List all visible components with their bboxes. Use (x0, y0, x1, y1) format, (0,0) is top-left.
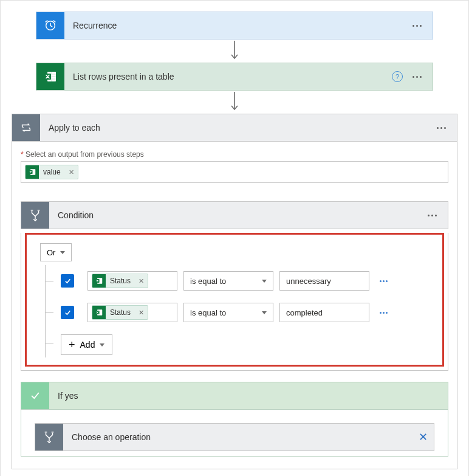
list-rows-more-icon[interactable] (410, 74, 424, 80)
token-remove-icon[interactable]: ✕ (65, 168, 78, 176)
operator-dropdown[interactable]: is equal to (183, 303, 273, 322)
value-input[interactable]: completed (279, 303, 369, 322)
list-rows-card[interactable]: List rows present in a table ? (36, 63, 433, 91)
excel-icon (92, 274, 106, 288)
choose-operation-title: Choose an operation (63, 432, 419, 442)
arrow-icon (12, 40, 457, 63)
recurrence-title: Recurrence (64, 21, 410, 30)
loop-icon (12, 114, 40, 141)
logic-operator-dropdown[interactable]: Or (40, 243, 72, 261)
apply-to-each-title: Apply to each (40, 123, 434, 133)
recurrence-more-icon[interactable] (410, 22, 424, 29)
condition-body: Or (25, 233, 444, 367)
condition-more-icon[interactable] (425, 212, 439, 219)
add-button[interactable]: + Add (61, 334, 112, 355)
condition-block: Condition Or (21, 201, 448, 371)
chevron-down-icon (60, 251, 65, 254)
row-more-icon[interactable] (375, 275, 392, 288)
field-input[interactable]: Status ✕ (87, 271, 177, 291)
token-remove-icon[interactable]: ✕ (135, 277, 148, 285)
token-label: value (39, 168, 65, 176)
operator-dropdown[interactable]: is equal to (183, 271, 273, 291)
chevron-down-icon (262, 280, 267, 283)
flow-canvas: Recurrence List rows present in a table … (0, 0, 469, 476)
condition-row: Status ✕ is equal to unnecessary (40, 265, 434, 297)
list-rows-title: List rows present in a table (64, 72, 392, 81)
help-icon[interactable]: ? (392, 71, 403, 82)
status-token[interactable]: Status ✕ (92, 274, 148, 288)
recurrence-card[interactable]: Recurrence (36, 12, 433, 40)
value-input[interactable]: unnecessary (279, 271, 369, 291)
condition-title: Condition (49, 210, 425, 220)
if-yes-header[interactable]: If yes (21, 382, 448, 410)
token-remove-icon[interactable]: ✕ (135, 309, 148, 317)
previous-output-input[interactable]: value ✕ (21, 161, 448, 183)
status-token[interactable]: Status ✕ (92, 305, 148, 320)
row-checkbox[interactable] (61, 274, 74, 288)
value-token[interactable]: value ✕ (25, 165, 78, 179)
if-yes-block: If yes Choose an operation (21, 382, 448, 457)
if-yes-body: Choose an operation ✕ (21, 410, 448, 457)
if-yes-title: If yes (49, 391, 448, 401)
arrow-icon (12, 91, 457, 114)
choose-operation-card[interactable]: Choose an operation ✕ (35, 423, 434, 451)
chevron-down-icon (100, 343, 104, 347)
output-hint-label: * Select an output from previous steps (21, 150, 448, 159)
excel-icon (36, 63, 64, 90)
check-icon (21, 382, 49, 409)
condition-icon (35, 424, 63, 450)
excel-icon (26, 165, 39, 179)
apply-to-each-more-icon[interactable] (434, 125, 448, 131)
row-checkbox[interactable] (61, 306, 74, 319)
apply-to-each-body: * Select an output from previous steps v… (12, 142, 457, 469)
apply-to-each-header[interactable]: Apply to each (12, 114, 457, 142)
recurrence-icon (36, 12, 64, 39)
condition-header[interactable]: Condition (21, 201, 448, 229)
apply-to-each-block: Apply to each * Select an output from pr… (12, 114, 457, 469)
chevron-down-icon (262, 311, 267, 314)
close-icon[interactable]: ✕ (419, 430, 428, 444)
plus-icon: + (69, 339, 75, 350)
condition-icon (21, 202, 49, 229)
field-input[interactable]: Status ✕ (87, 303, 177, 322)
row-more-icon[interactable] (375, 306, 392, 319)
condition-row: Status ✕ is equal to completed (40, 297, 434, 328)
add-row-area: + Add (40, 328, 434, 357)
excel-icon (92, 306, 106, 319)
